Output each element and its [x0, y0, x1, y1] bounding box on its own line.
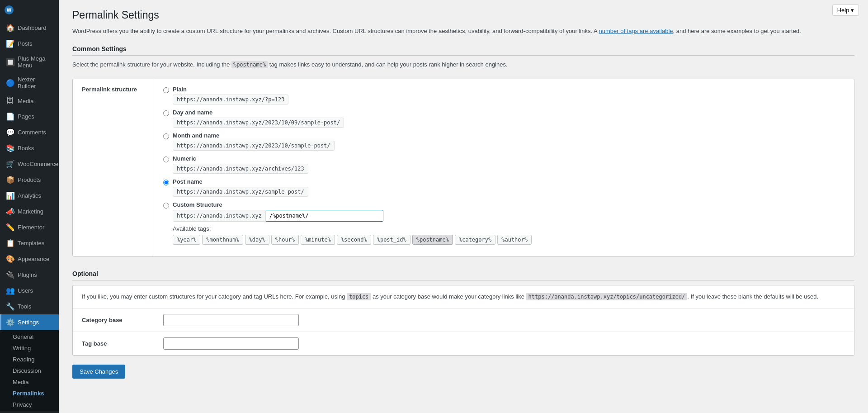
submenu-item-media[interactable]: Media	[0, 376, 59, 388]
radio-option-day-and-name: Day and name https://ananda.instawp.xyz/…	[163, 109, 845, 128]
sidebar-label-posts: Posts	[18, 40, 33, 47]
sidebar-item-books[interactable]: 📚Books	[0, 140, 59, 156]
submenu-item-privacy[interactable]: Privacy	[0, 399, 59, 410]
sidebar-label-analytics: Analytics	[18, 192, 41, 199]
templates-icon: 📋	[6, 239, 14, 247]
available-tags-label: Available tags:	[173, 225, 532, 232]
submenu-item-permalinks[interactable]: Permalinks	[0, 388, 59, 399]
sidebar-item-templates[interactable]: 📋Templates	[0, 235, 59, 251]
sidebar-item-analytics[interactable]: 📊Analytics	[0, 188, 59, 204]
optional-hint-code: topics	[347, 293, 371, 300]
sidebar-logo: W	[0, 0, 59, 20]
sidebar-nav: 🏠Dashboard📝Posts🔲Plus Mega Menu🔵Nexter B…	[0, 20, 59, 330]
pages-icon: 📄	[6, 112, 14, 121]
tag-btn-post_id[interactable]: %post_id%	[373, 235, 410, 245]
tag-btn-category[interactable]: %category%	[455, 235, 495, 245]
tags-link[interactable]: number of tags are available	[599, 28, 673, 34]
radio-custom[interactable]	[163, 203, 169, 209]
sidebar-item-plus-mega-menu[interactable]: 🔲Plus Mega Menu	[0, 52, 59, 72]
sidebar-item-users[interactable]: 👥Users	[0, 283, 59, 299]
wp-logo-icon: W	[5, 5, 14, 14]
sidebar-item-comments[interactable]: 💬Comments	[0, 124, 59, 140]
radio-label-post-name: Post name	[173, 178, 308, 185]
sidebar-item-dashboard[interactable]: 🏠Dashboard	[0, 20, 59, 36]
radio-label-month-and-name: Month and name	[173, 132, 335, 139]
radio-label-numeric: Numeric	[173, 155, 308, 162]
plugins-icon: 🔌	[6, 271, 14, 279]
sidebar-label-appearance: Appearance	[18, 256, 49, 262]
radio-numeric[interactable]	[163, 157, 169, 162]
radio-plain[interactable]	[163, 87, 169, 93]
tag-btn-postname[interactable]: %postname%	[412, 235, 453, 245]
radio-option-month-and-name: Month and name https://ananda.instawp.xy…	[163, 132, 845, 151]
radio-label-plain: Plain	[173, 86, 288, 93]
sidebar-item-tools[interactable]: 🔧Tools	[0, 299, 59, 314]
intro-text-after: , and here are some examples to get you …	[673, 28, 801, 34]
optional-row-tag-base: Tag base	[73, 332, 854, 355]
save-changes-button[interactable]: Save Changes	[72, 365, 125, 379]
submenu-item-writing[interactable]: Writing	[0, 342, 59, 354]
optional-hint-suffix: . If you leave these blank the defaults …	[687, 293, 818, 300]
analytics-icon: 📊	[6, 191, 14, 200]
products-icon: 📦	[6, 176, 14, 184]
optional-row-category-base: Category base	[73, 309, 854, 332]
radio-post-name[interactable]	[163, 180, 169, 185]
common-settings-hint: Select the permalink structure for your …	[72, 60, 854, 70]
field-label-category-base: Category base	[82, 317, 163, 323]
tag-btn-monthnum[interactable]: %monthnum%	[202, 235, 243, 245]
sidebar-item-pages[interactable]: 📄Pages	[0, 109, 59, 124]
field-input-tag-base[interactable]	[163, 337, 299, 350]
radio-month-and-name[interactable]	[163, 133, 169, 139]
intro-text-before: WordPress offers you the ability to crea…	[72, 28, 599, 34]
sidebar-item-products[interactable]: 📦Products	[0, 172, 59, 188]
custom-url-prefix: https://ananda.instawp.xyz	[173, 210, 266, 222]
tag-btn-day[interactable]: %day%	[245, 235, 269, 245]
field-label-tag-base: Tag base	[82, 340, 163, 347]
radio-label-day-and-name: Day and name	[173, 109, 344, 116]
custom-structure-input[interactable]	[266, 210, 383, 222]
submenu-item-general[interactable]: General	[0, 331, 59, 342]
sidebar-item-plugins[interactable]: 🔌Plugins	[0, 267, 59, 283]
field-input-category-base[interactable]	[163, 314, 299, 326]
sidebar-item-nexter-builder[interactable]: 🔵Nexter Builder	[0, 72, 59, 93]
radio-option-plain: Plain https://ananda.instawp.xyz/?p=123	[163, 86, 845, 104]
optional-fields: Category base Tag base	[73, 309, 854, 355]
optional-hint-middle: as your category base would make your ca…	[371, 293, 526, 300]
sidebar-label-dashboard: Dashboard	[18, 24, 47, 31]
users-icon: 👥	[6, 286, 14, 295]
permalink-options: Plain https://ananda.instawp.xyz/?p=123 …	[154, 79, 854, 256]
submenu-item-reading[interactable]: Reading	[0, 354, 59, 365]
sidebar-label-templates: Templates	[18, 240, 44, 247]
tag-btn-hour[interactable]: %hour%	[271, 235, 299, 245]
intro-text: WordPress offers you the ability to crea…	[72, 27, 854, 36]
sidebar-item-woocommerce[interactable]: 🛒WooCommerce	[0, 156, 59, 172]
elementor-icon: ✏️	[6, 223, 14, 232]
permalink-structure-label: Permalink structure	[73, 79, 154, 256]
media-icon: 🖼	[6, 97, 14, 105]
radio-day-and-name[interactable]	[163, 110, 169, 116]
sidebar-item-media[interactable]: 🖼Media	[0, 93, 59, 109]
sidebar-label-nexter-builder: Nexter Builder	[18, 76, 54, 90]
marketing-icon: 📣	[6, 207, 14, 216]
common-settings-title: Common Settings	[72, 45, 854, 56]
radio-url-month-and-name: https://ananda.instawp.xyz/2023/10/sampl…	[173, 141, 335, 151]
radio-option-post-name: Post name https://ananda.instawp.xyz/sam…	[163, 178, 845, 197]
sidebar-item-appearance[interactable]: 🎨Appearance	[0, 251, 59, 267]
sidebar-label-elementor: Elementor	[18, 224, 44, 231]
sidebar-item-settings[interactable]: ⚙️Settings	[0, 314, 59, 330]
woocommerce-icon: 🛒	[6, 160, 14, 168]
sidebar-item-posts[interactable]: 📝Posts	[0, 36, 59, 52]
tag-btn-year[interactable]: %year%	[173, 235, 200, 245]
sidebar-item-marketing[interactable]: 📣Marketing	[0, 204, 59, 219]
radio-url-day-and-name: https://ananda.instawp.xyz/2023/10/09/sa…	[173, 118, 344, 128]
help-button[interactable]: Help ▾	[832, 5, 859, 16]
sidebar-label-woocommerce: WooCommerce	[18, 161, 58, 167]
tag-btn-second[interactable]: %second%	[337, 235, 371, 245]
hint-before: Select the permalink structure for your …	[72, 61, 231, 68]
tag-btn-minute[interactable]: %minute%	[301, 235, 335, 245]
tag-btn-author[interactable]: %author%	[497, 235, 532, 245]
sidebar-item-elementor[interactable]: ✏️Elementor	[0, 219, 59, 235]
hint-after: tag makes links easy to understand, and …	[268, 61, 507, 68]
sidebar-label-pages: Pages	[18, 113, 34, 120]
submenu-item-discussion[interactable]: Discussion	[0, 365, 59, 376]
